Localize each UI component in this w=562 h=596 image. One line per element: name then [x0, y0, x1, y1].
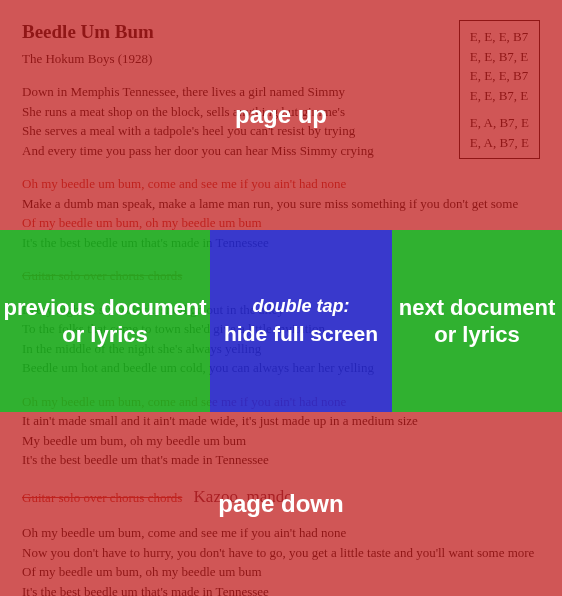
previous-document-zone[interactable]: previous document or lyrics	[0, 230, 210, 412]
zone-label: previous document or lyrics	[0, 294, 210, 349]
zone-label: next document or lyrics	[392, 294, 562, 349]
page-down-zone[interactable]: page down	[0, 412, 562, 596]
zone-sublabel: double tap:	[224, 295, 378, 318]
next-document-zone[interactable]: next document or lyrics	[392, 230, 562, 412]
page-up-zone[interactable]: page up	[0, 0, 562, 230]
zone-label: page up	[235, 101, 327, 129]
gesture-overlay: page up previous document or lyrics doub…	[0, 0, 562, 596]
hide-fullscreen-zone[interactable]: double tap: hide full screen	[210, 230, 392, 412]
zone-label: hide full screen	[224, 320, 378, 347]
zone-label: page down	[218, 490, 343, 518]
